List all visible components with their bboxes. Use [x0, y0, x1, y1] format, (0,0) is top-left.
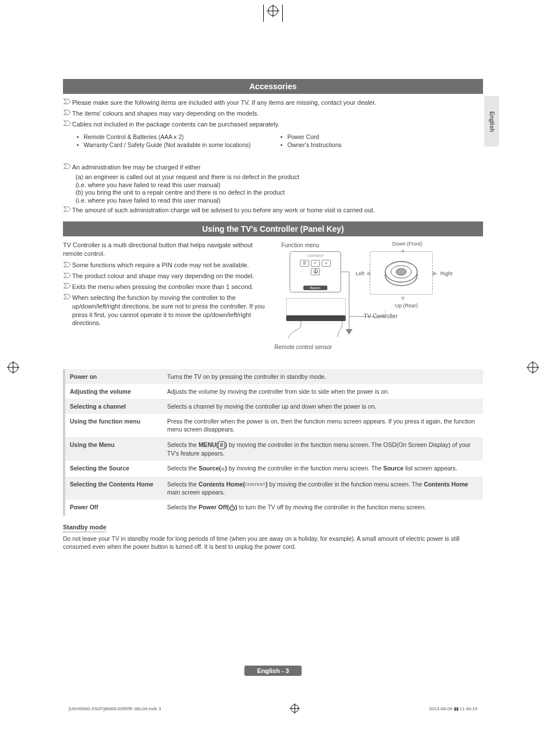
page-number-footer: English - 3: [63, 666, 483, 676]
note-icon: [63, 283, 72, 291]
language-tab: English: [484, 96, 499, 147]
print-footer: [UEH5000-XNZF]BN68-03955F-06L04.indb 3 2…: [63, 704, 483, 713]
accessories-item: Warranty Card / Safety Guide (Not availa…: [76, 141, 279, 148]
footer-right: 2013-08-09 ▮▮ 11:40:19: [429, 706, 477, 711]
source-icon: ⎆: [221, 465, 225, 473]
note-icon: [63, 261, 72, 270]
controller-note-2: The product colour and shape may vary de…: [63, 272, 272, 280]
note-accessories-2: The items' colours and shapes may vary d…: [63, 109, 483, 118]
table-row: Power onTurns the TV on by pressing the …: [63, 369, 483, 384]
controller-knob-icon: [382, 255, 420, 292]
note-icon: [63, 163, 72, 172]
diagram-label-down-front: Down (Front): [393, 241, 423, 247]
table-row: Using the function menuPress the control…: [63, 414, 483, 437]
section-title-controller: Using the TV's Controller (Panel Key): [63, 221, 483, 236]
note-accessories-3: Cables not included in the package conte…: [63, 120, 483, 129]
table-row-label: Selecting a channel: [65, 399, 163, 414]
table-row-label: Using the function menu: [65, 414, 163, 437]
table-row-desc: Selects the Contents Home(CONTENT) by mo…: [163, 477, 483, 500]
power-icon: ⏻: [311, 268, 320, 275]
diagram-label-right: Right: [441, 271, 453, 276]
arrow-up-icon: ▲: [400, 247, 406, 254]
table-row: Selecting a channelSelects a channel by …: [63, 399, 483, 414]
note-admin-fee: An administration fee may be charged if …: [63, 163, 483, 172]
arrow-left-icon: ◀: [366, 270, 370, 277]
accessories-item: Owner's Instructions: [279, 141, 483, 148]
table-row-label: Using the Menu: [65, 437, 163, 461]
note-icon: [63, 109, 72, 118]
standby-heading: Standby mode: [63, 524, 106, 532]
accessories-item: Remote Control & Batteries (AAA x 2): [76, 133, 279, 140]
table-row: Power OffSelects the Power Off(⏻) to tur…: [63, 500, 483, 516]
table-row-desc: Adjusts the volume by moving the control…: [163, 384, 483, 399]
table-row-label: Power on: [65, 369, 163, 384]
language-tab-label: English: [489, 111, 495, 132]
table-row-label: Selecting the Contents Home: [65, 477, 163, 500]
diagram-label-function-menu: Function menu: [282, 242, 319, 248]
note-admin-fee-tail: The amount of such administration charge…: [63, 206, 483, 215]
content-icon: CONTENT: [245, 482, 266, 487]
accessories-item: Power Cord: [279, 133, 483, 140]
power-icon: ⏻: [229, 504, 235, 512]
table-row: Selecting the Contents HomeSelects the C…: [63, 477, 483, 500]
controller-intro: TV Controller is a multi directional but…: [63, 241, 272, 258]
diagram-label-return: Return: [303, 286, 327, 290]
table-row-label: Adjusting the volume: [65, 384, 163, 399]
svg-point-3: [396, 268, 406, 275]
footer-left: [UEH5000-XNZF]BN68-03955F-06L04.indb 3: [69, 706, 161, 711]
note-icon: [63, 294, 72, 302]
controller-note-1: Some functions which require a PIN code …: [63, 261, 272, 270]
table-row-desc: Press the controller when the power is o…: [163, 414, 483, 437]
controller-note-4: When selecting the function by moving th…: [63, 294, 272, 327]
registration-mark-bottom: [291, 704, 299, 713]
diagram-label-up-rear: Up (Rear): [395, 303, 418, 308]
menu-icon: ☰: [300, 260, 309, 267]
table-row-label: Selecting the Source: [65, 461, 163, 477]
note-icon: [63, 206, 72, 215]
note-icon: [63, 98, 72, 107]
controller-note-3: Exits the menu when pressing the control…: [63, 283, 272, 291]
table-row-desc: Turns the TV on by pressing the controll…: [163, 369, 483, 384]
arrow-down-icon: ▼: [400, 295, 406, 302]
admin-fee-sublist: (a) an engineer is called out at your re…: [76, 173, 483, 204]
diagram-label-left: Left: [356, 271, 365, 276]
accessories-items: Remote Control & Batteries (AAA x 2) War…: [76, 132, 483, 149]
menu-icon: Ⅲ: [218, 441, 225, 449]
controller-functions-table: Power onTurns the TV on by pressing the …: [63, 369, 483, 516]
diagram-label-remote-sensor: Remote control sensor: [275, 344, 333, 350]
standby-body: Do not leave your TV in standby mode for…: [63, 535, 483, 551]
table-row: Using the MenuSelects the MENU(Ⅲ) by mov…: [63, 437, 483, 461]
note-icon: [63, 120, 72, 129]
table-row: Selecting the SourceSelects the Source(⎆…: [63, 461, 483, 477]
table-row-label: Power Off: [65, 500, 163, 516]
arrow-right-icon: ▶: [433, 270, 437, 277]
crop-marks-top: [0, 0, 546, 22]
controller-diagram: Function menu CONTENT ☰ ⤶ ⎆ ⏻ Return: [278, 241, 483, 361]
section-title-accessories: Accessories: [63, 79, 483, 94]
note-accessories-1: Please make sure the following items are…: [63, 98, 483, 107]
table-row-desc: Selects the Source(⎆) by moving the cont…: [163, 461, 483, 477]
table-row: Adjusting the volumeAdjusts the volume b…: [63, 384, 483, 399]
diagram-label-tv-controller: TV Controller: [364, 313, 398, 319]
registration-mark-icon: [268, 6, 278, 16]
table-row-desc: Selects the Power Off(⏻) to turn the TV …: [163, 500, 483, 516]
table-row-desc: Selects a channel by moving the controll…: [163, 399, 483, 414]
table-row-desc: Selects the MENU(Ⅲ) by moving the contro…: [163, 437, 483, 461]
return-center-icon: ⤶: [311, 260, 320, 267]
note-icon: [63, 272, 72, 280]
source-icon: ⎆: [322, 260, 331, 267]
